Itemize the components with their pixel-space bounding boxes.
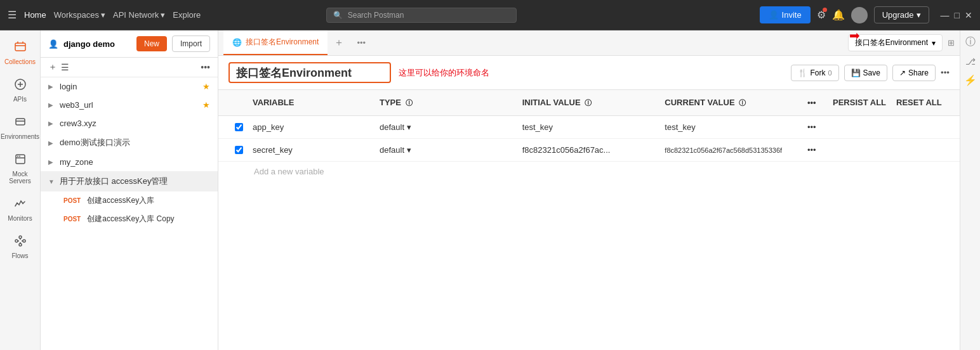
row-reset [892,125,950,130]
env-editor: 这里可以给你的环境命名 🍴 Fork 0 💾 Save ↗ Share [218,56,960,350]
star-icon: ★ [202,82,210,91]
hamburger-icon[interactable]: ☰ [8,9,17,21]
reset-all-header[interactable]: Reset All [892,95,950,110]
close-icon[interactable]: ✕ [965,10,972,20]
sidebar-item-monitors[interactable]: Monitors [3,192,38,227]
variable-cell[interactable]: app_key [249,120,376,134]
collection-name: web3_url [60,100,199,110]
sidebar-item-flows[interactable]: Flows [3,230,38,264]
list-item[interactable]: ▶ crew3.xyz [41,114,218,133]
row-more-button[interactable]: ••• [804,143,829,157]
initial-value-cell[interactable]: test_key [519,120,661,134]
row-persist [829,125,892,130]
avatar[interactable] [851,7,868,23]
search-bar[interactable]: 🔍 Search Postman [326,8,517,23]
panel-toolbar: ＋ ☰ ••• [41,58,218,77]
chevron-down-icon: ▾ [101,10,105,20]
row-more-button[interactable]: ••• [804,120,829,134]
more-tabs-button[interactable]: ••• [350,33,372,53]
row-checkbox[interactable] [228,143,249,157]
notification-dot [823,8,827,12]
connector-icon[interactable]: ⚡ [964,74,977,86]
variable-cell[interactable]: secret_key [249,143,376,157]
list-item[interactable]: ▶ web3_url ★ [41,96,218,114]
type-cell[interactable]: default ▾ [376,120,519,134]
apis-icon [14,78,27,94]
bell-icon[interactable]: 🔔 [832,9,845,21]
new-button[interactable]: New [136,36,167,51]
top-nav: ☰ Home Workspaces ▾ API Network ▾ Explor… [0,0,980,30]
table-header: VARIABLE TYPE ⓘ INITIAL VALUE ⓘ CURRENT … [218,90,960,116]
current-value-header: CURRENT VALUE ⓘ [661,95,804,110]
nav-workspaces[interactable]: Workspaces ▾ [54,10,105,20]
add-collection-button[interactable]: ＋ [48,62,57,73]
current-value-cell[interactable]: f8c82321c056a2f67ac568d53135336f [661,144,804,157]
nav-api-network[interactable]: API Network ▾ [113,10,165,20]
sidebar-item-apis[interactable]: APIs [3,73,38,108]
svg-point-9 [23,240,25,242]
invite-button[interactable]: 👤 Invite [760,6,811,23]
tab-bar: 🌐 接口签名Environment ＋ ••• 这里可以选择你当前使用的环境 ➡… [218,30,960,56]
type-cell[interactable]: default ▾ [376,143,519,157]
mock-servers-label: Mock Servers [5,171,36,185]
svg-point-5 [19,156,20,157]
list-item[interactable]: ▶ my_zone [41,153,218,171]
env-name-input[interactable] [228,62,391,83]
environment-selector[interactable]: 接口签名Environment ▾ [848,34,943,51]
chevron-right-icon: ▶ [48,101,56,108]
maximize-icon[interactable]: □ [955,10,960,20]
minimize-icon[interactable]: — [941,10,950,20]
add-variable-row[interactable]: Add a new variable [218,162,960,181]
nav-right: 👤 Invite ⚙ 🔔 Upgrade ▾ — □ ✕ [760,6,972,23]
list-item[interactable]: ▼ 用于开放接口 accessKey管理 [41,171,218,191]
flows-label: Flows [11,252,28,259]
table-row: secret_key default ▾ f8c82321c056a2f67ac… [218,139,960,162]
filter-button[interactable]: ☰ [61,62,69,72]
row-checkbox[interactable] [228,120,249,134]
info-icon: ⓘ [739,99,746,107]
collections-list: ▶ login ★ ▶ web3_url ★ ▶ crew3.xyz ▶ dem… [41,77,218,350]
type-select[interactable]: default ▾ [380,145,515,155]
info-icon: ⓘ [585,99,592,107]
list-item[interactable]: POST 创建accessKey入库 Copy [41,210,218,228]
checkbox-header [228,95,249,110]
sidebar-item-environments[interactable]: Environments [3,110,38,145]
chevron-right-icon: ▶ [48,83,56,90]
branch-icon[interactable]: ⎇ [965,56,976,67]
chevron-down-icon: ▾ [161,10,165,20]
search-icon: 🔍 [333,11,343,20]
table-row: app_key default ▾ test_key test_key ••• [218,116,960,139]
table-icon[interactable]: ⊞ [948,38,955,48]
list-item[interactable]: ▶ login ★ [41,77,218,96]
type-select[interactable]: default ▾ [380,122,515,132]
import-button[interactable]: Import [172,36,210,52]
info-icon[interactable]: ⓘ [965,36,976,49]
current-value-cell[interactable]: test_key [661,120,804,134]
save-button[interactable]: 💾 Save [844,65,887,81]
sidebar-item-collections[interactable]: Collections [3,36,38,70]
invite-icon: 👤 [769,10,779,20]
sidebar-item-mock-servers[interactable]: Mock Servers [3,148,38,190]
chevron-right-icon: ▶ [48,159,56,165]
more-options-button[interactable]: ••• [941,68,950,77]
nav-home[interactable]: Home [24,10,46,20]
fork-button[interactable]: 🍴 Fork 0 [791,65,838,81]
add-tab-button[interactable]: ＋ [328,31,350,55]
main-layout: Collections APIs Environments [0,30,980,350]
tab-env[interactable]: 🌐 接口签名Environment [223,30,328,55]
env-table: VARIABLE TYPE ⓘ INITIAL VALUE ⓘ CURRENT … [218,90,960,350]
environments-icon [14,115,27,131]
svg-rect-0 [15,43,25,51]
flows-icon [14,235,27,250]
persist-all-header[interactable]: Persist All [829,95,892,110]
list-item[interactable]: ▶ demo测试接口演示 [41,133,218,153]
more-options-button[interactable]: ••• [201,62,210,72]
collection-name: crew3.xyz [60,119,210,128]
share-button[interactable]: ↗ Share [892,65,936,81]
list-item[interactable]: POST 创建accessKey入库 [41,191,218,210]
settings-icon[interactable]: ⚙ [817,9,826,21]
upgrade-button[interactable]: Upgrade ▾ [874,6,929,23]
nav-explore[interactable]: Explore [173,10,201,20]
environment-selector-label: 接口签名Environment [855,37,928,48]
initial-value-cell[interactable]: f8c82321c056a2f67ac... [519,143,661,157]
